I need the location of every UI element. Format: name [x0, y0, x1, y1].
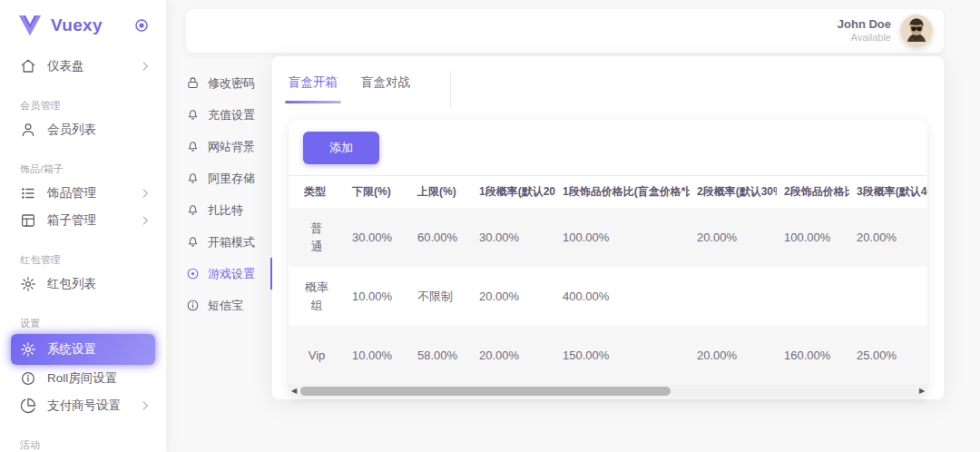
- submenu-item-sms-bao[interactable]: 短信宝: [186, 290, 273, 321]
- list-icon: [20, 185, 36, 201]
- sidebar-item-system-settings[interactable]: 系统设置: [11, 334, 155, 365]
- cell-value: [690, 267, 777, 326]
- sidebar-item-box-management[interactable]: 箱子管理: [0, 207, 166, 234]
- sidebar-section-redpacket: 红包管理: [0, 249, 166, 270]
- main-sidebar: Vuexy 仪表盘 会员管理 会员列表 饰品/箱子: [0, 0, 166, 452]
- tab-blindbox-open[interactable]: 盲盒开箱: [289, 74, 338, 107]
- table-panel: 添加 类型 下限(%) 上限(%) 1段概率(默认20%) 1段饰品价格比(盲盒…: [289, 120, 927, 397]
- vuexy-logo-icon: [18, 15, 42, 35]
- content-card: 盲盒开箱 盲盒对战 添加 类型 下限(%) 上限(%) 1段概率(默认2: [272, 56, 944, 399]
- box-layout-icon: [20, 212, 36, 229]
- horizontal-scrollbar[interactable]: ◀ ▶: [289, 385, 927, 397]
- sidebar-nav: 仪表盘 会员管理 会员列表 饰品/箱子 饰品管理: [0, 51, 166, 452]
- cell-value: 30.00%: [472, 208, 555, 267]
- cell-value: 30.00%: [345, 208, 410, 267]
- sidebar-item-payment-merchant-settings[interactable]: 支付商号设置: [0, 392, 166, 419]
- lock-icon: [186, 76, 200, 90]
- table-row[interactable]: Vip 10.00% 58.00% 20.00% 150.00% 20.00% …: [289, 326, 927, 385]
- settings-submenu: 修改密码 充值设置 网站背景 阿里存储 扎比特 开箱模式: [186, 67, 273, 321]
- cell-value: 20.00%: [690, 208, 777, 267]
- tabs-group: 盲盒开箱 盲盒对战: [289, 71, 451, 107]
- table-row[interactable]: 概率 组 10.00% 不限制 20.00% 400.00%: [289, 267, 927, 326]
- cell-value: 10.00%: [345, 267, 410, 326]
- gear-icon: [20, 341, 36, 358]
- scroll-right-arrow-icon[interactable]: ▶: [916, 385, 927, 397]
- chevron-right-icon: [139, 214, 152, 227]
- sidebar-section-members: 会员管理: [0, 94, 166, 116]
- probability-table: 类型 下限(%) 上限(%) 1段概率(默认20%) 1段饰品价格比(盲盒价格*…: [289, 175, 927, 385]
- submenu-item-ali-storage[interactable]: 阿里存储: [186, 162, 273, 194]
- cell-value: 60.00%: [410, 208, 472, 267]
- cell-value: [849, 267, 927, 326]
- cell-value: 20.00%: [472, 326, 555, 385]
- cell-value: 150.00%: [555, 326, 690, 385]
- user-info[interactable]: John Doe Available: [838, 17, 891, 44]
- avatar-image: [900, 15, 933, 47]
- cell-value: [777, 267, 849, 326]
- col-header-seg1-price-ratio: 1段饰品价格比(盲盒价格*比例): [555, 176, 690, 209]
- cell-value: 400.00%: [555, 267, 690, 326]
- col-header-seg2-probability: 2段概率(默认30%): [690, 176, 777, 209]
- avatar[interactable]: [900, 15, 933, 47]
- cell-type: 普 通: [289, 208, 345, 267]
- pie-chart-icon: [20, 398, 36, 414]
- col-header-seg3-probability: 3段概率(默认40%): [849, 176, 927, 209]
- top-header: John Doe Available: [186, 9, 944, 53]
- cell-value: 160.00%: [777, 326, 849, 385]
- sidebar-item-roll-room-settings[interactable]: Roll房间设置: [0, 365, 166, 392]
- bell-icon: [186, 140, 200, 153]
- add-button[interactable]: 添加: [303, 132, 379, 164]
- scroll-left-arrow-icon[interactable]: ◀: [289, 385, 299, 397]
- cell-type: 概率 组: [289, 267, 345, 326]
- cell-value: 58.00%: [410, 326, 472, 385]
- tab-blindbox-battle[interactable]: 盲盒对战: [361, 74, 410, 107]
- table-header-row: 类型 下限(%) 上限(%) 1段概率(默认20%) 1段饰品价格比(盲盒价格*…: [289, 176, 927, 209]
- cell-value: 20.00%: [849, 208, 927, 267]
- cell-value: 10.00%: [345, 326, 410, 385]
- cell-type: Vip: [289, 326, 345, 385]
- menu-pin-toggle-icon[interactable]: [133, 17, 150, 34]
- user-status: Available: [838, 32, 891, 44]
- table-toolbar: 添加: [289, 120, 927, 175]
- col-header-upper-limit: 上限(%): [410, 176, 472, 209]
- col-header-seg2-price-ratio: 2段饰品价格比: [777, 176, 849, 209]
- sidebar-item-member-list[interactable]: 会员列表: [0, 116, 166, 143]
- submenu-item-recharge-settings[interactable]: 充值设置: [186, 99, 273, 131]
- sidebar-item-dashboard[interactable]: 仪表盘: [0, 53, 166, 80]
- user-name: John Doe: [838, 17, 891, 32]
- chevron-right-icon: [139, 187, 152, 200]
- gear-icon: [20, 276, 36, 292]
- home-icon: [20, 58, 36, 74]
- bell-icon: [186, 203, 200, 217]
- col-header-seg1-probability: 1段概率(默认20%): [472, 176, 555, 209]
- sidebar-item-item-management[interactable]: 饰品管理: [0, 180, 166, 207]
- submenu-item-game-settings[interactable]: 游戏设置: [186, 258, 273, 290]
- col-header-lower-limit: 下限(%): [345, 176, 410, 209]
- info-icon: [20, 370, 36, 387]
- bell-icon: [186, 108, 200, 122]
- submenu-item-change-password[interactable]: 修改密码: [186, 67, 273, 99]
- tabs-bar: 盲盒开箱 盲盒对战: [272, 56, 944, 107]
- cell-value: 不限制: [410, 267, 472, 326]
- card-bottom-padding: [272, 397, 944, 411]
- table-row[interactable]: 普 通 30.00% 60.00% 30.00% 100.00% 20.00% …: [289, 208, 927, 267]
- chevron-right-icon: [139, 60, 152, 73]
- submenu-item-site-background[interactable]: 网站背景: [186, 131, 273, 162]
- cell-value: 20.00%: [472, 267, 555, 326]
- scrollbar-thumb[interactable]: [300, 387, 671, 396]
- col-header-type: 类型: [289, 176, 345, 209]
- brand-header: Vuexy: [0, 0, 166, 51]
- submenu-item-zhabite[interactable]: 扎比特: [186, 194, 273, 226]
- cell-value: 25.00%: [849, 326, 927, 385]
- info-icon: [186, 299, 200, 312]
- cell-value: 100.00%: [555, 208, 690, 267]
- sidebar-item-redpacket-list[interactable]: 红包列表: [0, 270, 166, 298]
- sidebar-section-settings: 设置: [0, 312, 166, 334]
- bell-icon: [186, 235, 200, 249]
- user-icon: [20, 122, 36, 138]
- app-root: Vuexy 仪表盘 会员管理 会员列表 饰品/箱子: [0, 0, 980, 452]
- cell-value: 20.00%: [690, 326, 777, 385]
- bell-icon: [186, 172, 200, 185]
- disc-icon: [186, 267, 200, 280]
- submenu-item-open-box-mode[interactable]: 开箱模式: [186, 226, 273, 258]
